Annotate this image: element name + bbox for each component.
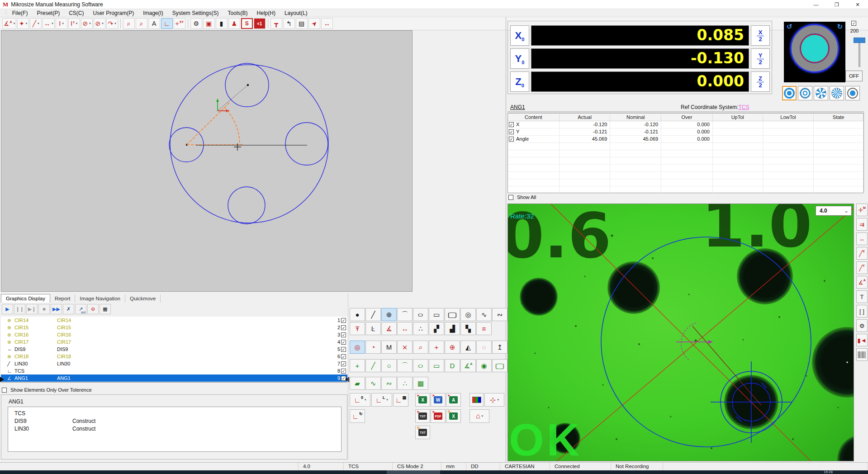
construct-point-tool[interactable]: + (350, 359, 365, 372)
angle-measure-tool[interactable]: ∡A▾ (2, 18, 16, 29)
magnification-select[interactable]: 4.0 ⌄ (816, 206, 852, 216)
multi-measure-tool[interactable]: ⇉ (856, 218, 868, 231)
profile-b-tool[interactable]: ▟ (445, 322, 460, 335)
list-item-cir17[interactable]: ⊕CIR17CIR174✓ (1, 338, 347, 346)
slot-tool[interactable]: ▢ (445, 308, 460, 321)
cs-zero-tool[interactable]: ∟0▾ (350, 393, 370, 407)
construct-curve-tool[interactable]: ∿ (365, 377, 381, 390)
menu-item-file-f-[interactable]: File(F) (8, 9, 33, 17)
ring-light-mode-button[interactable] (782, 86, 797, 100)
dro-half-x-button[interactable]: X2 (751, 25, 770, 46)
element-checkbox[interactable]: ✓ (341, 340, 346, 345)
coaxial-light-mode-button[interactable] (798, 86, 812, 100)
camera-settings-tool[interactable]: ⚙ (856, 319, 868, 332)
pause-button[interactable]: ❙❙ (14, 304, 25, 314)
block-button[interactable]: ⊖ (87, 304, 99, 314)
list-item-dis9[interactable]: ⇔DIS9DIS95✓ (1, 346, 347, 353)
detail-box[interactable]: TCSDIS9ConstructLIN30Construct (8, 407, 342, 452)
tab-report[interactable]: Report (50, 294, 76, 303)
cs-level-tool[interactable]: ∟L▾ (371, 393, 392, 407)
width-measure-tool[interactable]: ↔ (856, 232, 868, 245)
line-measure-tool[interactable]: ╱▾ (30, 18, 42, 29)
cs-save-tool[interactable]: ∟▤ (393, 393, 408, 407)
list-item-ang1[interactable]: ∠ANG1ANG19✓ (1, 374, 347, 382)
row-checkbox[interactable]: ✓ (509, 129, 514, 134)
table-row[interactable]: ✓X-0.120-0.1200.000 (508, 121, 863, 128)
display-tool[interactable]: ▮ (216, 18, 228, 29)
list-item-lin30[interactable]: ╱LIN30LIN307✓ (1, 360, 347, 367)
construct-angle-tool[interactable]: ∡A (460, 359, 476, 372)
point-tool[interactable]: ● (350, 308, 365, 321)
dro-half-z-button[interactable]: Z2 (751, 71, 770, 92)
distance-tool[interactable]: ↔ (397, 322, 413, 335)
rotate-left-icon[interactable]: ↺ (787, 23, 792, 31)
xy-readout-tool[interactable]: +XY (174, 18, 185, 29)
program-window-tool[interactable]: ▣ (203, 18, 215, 29)
export-excel-button[interactable]: X➤ (415, 393, 430, 407)
rotate-right-icon[interactable]: ↻ (837, 23, 843, 31)
cs-rotate-tool[interactable]: ∟↻ (350, 409, 365, 423)
table-row[interactable] (508, 179, 863, 186)
ring-tool[interactable]: ◎ (460, 308, 476, 321)
construct-ring-tool[interactable]: ◉ (476, 359, 492, 372)
construct-cloud-tool[interactable]: ∴ (397, 377, 413, 390)
close-button[interactable]: ✕ (847, 0, 868, 9)
dro-label-z[interactable]: Z0 (510, 71, 529, 92)
menu-item-system-settings-s-[interactable]: System Settings(S) (168, 9, 223, 17)
list-item-cir18[interactable]: ⊕CIR18CIR186✓ (1, 353, 347, 360)
crosshair-button[interactable]: ⊹▾ (484, 393, 504, 407)
element-checkbox[interactable]: ✓ (341, 332, 346, 337)
curve-tool[interactable]: ∿ (476, 308, 492, 321)
table-row[interactable]: ✓Angle45.06945.0690.000 (508, 136, 863, 143)
auto-box-tool[interactable]: ↥ (492, 341, 508, 354)
settings-tool[interactable]: ⚙ (190, 18, 202, 29)
list-item-cir15[interactable]: ⊕CIR15CIR152✓ (1, 324, 347, 331)
pause-capture-tool[interactable]: ▮◄ (856, 334, 868, 346)
light-slider-handle[interactable] (854, 38, 865, 43)
height-measure-tool[interactable]: Ⅰ▾ (56, 18, 67, 29)
taskbar-app-button[interactable] (387, 470, 440, 474)
camera-view[interactable]: 0.6 1.0 Rate:32 OK 4.0 ⌄ (508, 204, 854, 461)
feature-name[interactable]: ANG1 (510, 104, 525, 110)
table-row[interactable] (508, 165, 863, 172)
export-word-button[interactable]: W➤ (431, 393, 446, 407)
manual-point-tool[interactable]: M (381, 341, 397, 354)
table-row[interactable] (508, 186, 863, 194)
contour-tool[interactable]: ∾ (492, 308, 508, 321)
line-tool[interactable]: ╱ (365, 308, 381, 321)
table-row[interactable] (508, 150, 863, 157)
construct-ellipse-tool[interactable]: ○ (413, 359, 428, 372)
spot-light-mode-button[interactable] (845, 86, 860, 100)
light-off-button[interactable]: OFF (845, 71, 863, 81)
coordinate-system-tool[interactable]: ∟ (161, 18, 173, 29)
menu-item-user-program-p-[interactable]: User Program(P) (88, 9, 138, 17)
list-marker-left-icon[interactable] (0, 377, 7, 382)
segment-light-mode-button[interactable] (814, 86, 828, 100)
graphics-canvas[interactable] (1, 30, 413, 292)
list-item-cir14[interactable]: ⊕CIR14CIR141✓ (1, 317, 347, 324)
construct-rectangle-tool[interactable]: ▭ (429, 359, 444, 372)
diameter-measure-tool[interactable]: ⊘▾ (94, 18, 105, 29)
light-checkbox[interactable]: ✓ (851, 21, 856, 26)
y-measure-tool[interactable]: ╱Y (856, 261, 868, 274)
circle-measure-tool[interactable]: ⊘▾ (81, 18, 93, 29)
menu-item-tools-b-[interactable]: Tools(B) (223, 9, 252, 17)
menu-item-cs-c-[interactable]: CS(C) (64, 9, 88, 17)
menu-item-layout-l-[interactable]: Layout(L) (280, 9, 312, 17)
auto-dashed-circle-tool[interactable]: ◌ (476, 341, 492, 354)
list-item-tcs[interactable]: ∟TCS8✓ (1, 367, 347, 374)
construct-circle-tool[interactable]: ○ (381, 359, 397, 372)
add-one-tool[interactable]: +1 (254, 18, 266, 29)
pushpin-tool[interactable]: ➤ (308, 18, 320, 29)
tab-graphics-display[interactable]: Graphics Display (1, 294, 50, 303)
export-pdf-button[interactable]: PDF➤ (431, 409, 446, 423)
profile-c-tool[interactable]: ▚ (460, 322, 476, 335)
calculator-tool[interactable]: ▦ (413, 377, 428, 390)
auto-intersect-tool[interactable]: ⨯ (397, 341, 413, 354)
ruler-grid-tool[interactable]: ▤ (296, 18, 308, 29)
s-program-tool[interactable]: S (241, 18, 253, 29)
construct-line-tool[interactable]: ╱ (365, 359, 381, 372)
zoom-tool[interactable]: ⌕ (123, 18, 135, 29)
minimize-button[interactable]: — (806, 0, 826, 9)
construct-arc-tool[interactable]: ⌒ (397, 359, 413, 372)
